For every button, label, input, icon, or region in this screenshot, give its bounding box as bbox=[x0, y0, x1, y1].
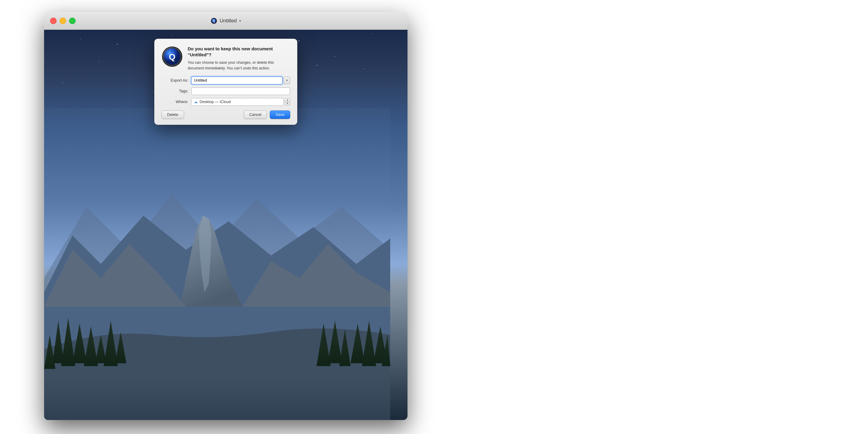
tags-input[interactable] bbox=[191, 87, 290, 95]
stepper-up-btn[interactable]: ▲ bbox=[285, 99, 290, 102]
minimize-button[interactable] bbox=[60, 18, 66, 24]
export-as-input[interactable] bbox=[191, 76, 282, 84]
svg-text:Q: Q bbox=[213, 19, 215, 23]
dialog-buttons: Delete Cancel Save bbox=[161, 111, 290, 119]
dialog-subtitle: You can choose to save your changes, or … bbox=[188, 60, 290, 71]
window-title: Untitled bbox=[220, 18, 237, 24]
dialog-text-area: Do you want to keep this new document “U… bbox=[188, 46, 290, 71]
where-value-text: Desktop — iCloud bbox=[199, 99, 281, 104]
export-as-row: Export As: ▾ bbox=[161, 76, 290, 84]
where-select[interactable]: ☁ Desktop — iCloud bbox=[191, 98, 284, 106]
tags-row: Tags: bbox=[161, 87, 290, 95]
where-input-wrapper: ☁ Desktop — iCloud ▲ ▼ bbox=[191, 98, 290, 106]
save-button[interactable]: Save bbox=[270, 111, 290, 119]
title-bar: Q Untitled ▾ bbox=[44, 12, 407, 30]
btn-group-right: Cancel Save bbox=[244, 111, 290, 119]
where-row: Where: ☁ Desktop — iCloud ▲ ▼ bbox=[161, 98, 290, 106]
icloud-icon: ☁ bbox=[194, 99, 198, 104]
where-label: Where: bbox=[161, 99, 188, 104]
mac-window: Q Untitled ▾ bbox=[44, 12, 407, 420]
app-icon-small: Q bbox=[211, 18, 217, 24]
dialog-header: Q Do you want to keep this new document … bbox=[161, 46, 290, 71]
close-button[interactable] bbox=[50, 18, 57, 24]
save-dialog: Q Do you want to keep this new document … bbox=[154, 39, 297, 125]
window-title-area: Q Untitled ▾ bbox=[211, 18, 241, 24]
tags-input-wrapper bbox=[191, 87, 290, 95]
tags-label: Tags: bbox=[161, 89, 188, 93]
export-as-label: Export As: bbox=[161, 78, 188, 83]
quicktime-icon: Q bbox=[161, 46, 183, 67]
dialog-title: Do you want to keep this new document “U… bbox=[188, 46, 290, 58]
traffic-lights bbox=[50, 18, 76, 24]
stepper-down-btn[interactable]: ▼ bbox=[285, 102, 290, 105]
cancel-button[interactable]: Cancel bbox=[244, 111, 267, 119]
title-dropdown-arrow[interactable]: ▾ bbox=[239, 19, 241, 23]
delete-button[interactable]: Delete bbox=[161, 111, 184, 119]
export-as-input-wrapper: ▾ bbox=[191, 76, 290, 84]
dialog-overlay: Q Do you want to keep this new document … bbox=[44, 30, 407, 420]
svg-text:Q: Q bbox=[169, 52, 176, 61]
window-content: Q Do you want to keep this new document … bbox=[44, 30, 407, 420]
dialog-form: Export As: ▾ Tags: bbox=[161, 76, 290, 106]
maximize-button[interactable] bbox=[69, 18, 76, 24]
export-as-dropdown-btn[interactable]: ▾ bbox=[284, 76, 290, 84]
where-stepper[interactable]: ▲ ▼ bbox=[285, 98, 290, 105]
